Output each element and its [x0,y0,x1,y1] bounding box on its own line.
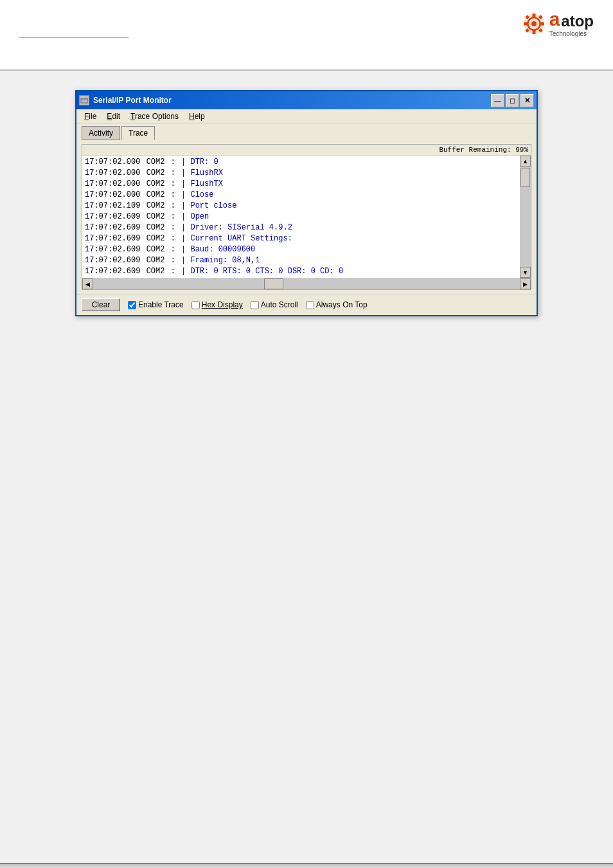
window-icon [79,95,89,105]
tab-trace[interactable]: Trace [121,126,155,140]
logo-brand-name: atop [561,14,594,29]
hex-display-checkbox[interactable] [191,301,200,309]
log-line: 17:07:02.609 COM2 : | Current UART Setti… [85,233,518,244]
close-button[interactable]: ✕ [520,94,534,107]
scroll-down-button[interactable]: ▼ [520,267,531,278]
auto-scroll-label: Auto Scroll [261,300,298,309]
log-container: 17:07:02.000 COM2 : | DTR: 017:07:02.000… [82,156,531,278]
tab-activity-label: Activity [89,129,113,138]
log-line: 17:07:02.609 COM2 : | Driver: SISerial 4… [85,222,518,233]
scroll-right-button[interactable]: ▶ [520,278,531,289]
bottom-bar [0,863,613,868]
atop-logo-icon [521,11,547,37]
svg-point-2 [531,21,537,26]
hex-display-checkbox-label[interactable]: Hex Display [191,300,243,309]
svg-rect-5 [524,22,528,25]
menu-help[interactable]: Help [184,111,210,122]
menu-edit[interactable]: Edit [102,111,125,122]
log-line: 17:07:02.609 COM2 : | Baud: 00009600 [85,244,518,255]
always-on-top-checkbox-label[interactable]: Always On Top [306,300,368,309]
log-line: 17:07:02.109 COM2 : | Port close [85,201,518,212]
minimize-button[interactable]: — [491,94,504,107]
window-title: Serial/IP Port Monitor [93,96,172,105]
auto-scroll-checkbox[interactable] [251,301,259,309]
tabs-area: Activity Trace [76,123,537,140]
horizontal-scroll-track[interactable] [93,278,520,289]
svg-rect-3 [532,14,535,17]
logo-letter-a: a [549,10,560,29]
log-line: 17:07:02.609 COM2 : | Framing: 08,N,1 [85,255,518,266]
title-bar-left: Serial/IP Port Monitor [79,95,172,105]
horizontal-scroll-thumb[interactable] [264,278,283,289]
horizontal-scrollbar[interactable]: ◀ ▶ [82,278,531,289]
serial-ip-window: Serial/IP Port Monitor — ◻ ✕ File Edit T… [75,90,538,316]
hex-display-label: Hex Display [202,300,243,309]
clear-button[interactable]: Clear [82,298,120,311]
vertical-scroll-thumb[interactable] [520,168,530,187]
always-on-top-checkbox[interactable] [306,301,314,309]
auto-scroll-checkbox-label[interactable]: Auto Scroll [251,300,298,309]
log-line: 17:07:02.609 COM2 : | DTR: 0 RTS: 0 CTS:… [85,266,518,277]
logo-area: a atop Technologies [521,10,594,37]
scroll-up-button[interactable]: ▲ [520,156,531,167]
trace-log[interactable]: 17:07:02.000 COM2 : | DTR: 017:07:02.000… [82,156,531,278]
bottom-controls: Clear Enable Trace Hex Display Auto Scro… [76,294,537,315]
logo-sub-text: Technologies [549,30,594,37]
log-line: 17:07:02.000 COM2 : | FlushTX [85,179,518,190]
log-line: 17:07:02.000 COM2 : | DTR: 0 [85,157,518,168]
scroll-left-button[interactable]: ◀ [82,278,93,289]
clear-button-label: Clear [92,300,111,309]
main-content: Serial/IP Port Monitor — ◻ ✕ File Edit T… [0,71,613,336]
title-bar-buttons: — ◻ ✕ [491,94,534,107]
enable-trace-label: Enable Trace [138,300,184,309]
menu-file[interactable]: File [79,111,102,122]
header: a atop Technologies [0,0,613,71]
menu-bar: File Edit Trace Options Help [76,109,537,123]
log-line: 17:07:02.000 COM2 : | Close [85,190,518,201]
header-underline [19,37,129,38]
svg-rect-6 [540,22,544,25]
buffer-remaining-label: Buffer Remaining: 99% [82,145,531,156]
svg-point-13 [82,98,83,100]
vertical-scroll-track[interactable] [520,167,531,267]
restore-button[interactable]: ◻ [506,94,519,107]
log-line: 17:07:02.000 COM2 : | FlushRX [85,168,518,179]
enable-trace-checkbox-label[interactable]: Enable Trace [128,300,184,309]
log-line: 17:07:02.609 COM2 : | Open [85,212,518,222]
always-on-top-label: Always On Top [316,300,368,309]
enable-trace-checkbox[interactable] [128,301,136,309]
vertical-scrollbar[interactable]: ▲ ▼ [520,156,531,278]
svg-rect-4 [532,30,535,33]
tab-activity[interactable]: Activity [82,126,120,140]
trace-panel: Buffer Remaining: 99% 17:07:02.000 COM2 … [82,144,531,290]
tab-trace-label: Trace [129,129,148,138]
menu-trace-options[interactable]: Trace Options [125,111,184,122]
title-bar[interactable]: Serial/IP Port Monitor — ◻ ✕ [76,91,537,109]
